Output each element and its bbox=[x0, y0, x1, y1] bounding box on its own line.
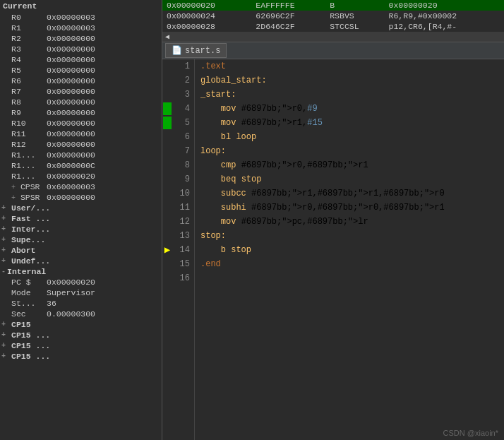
spsr-value: 0x00000000 bbox=[47, 193, 95, 202]
cpsr-row: + CPSR 0x60000003 bbox=[0, 182, 162, 192]
register-row: R1...0x00000000 bbox=[0, 150, 162, 160]
disasm-mnem: STCCSL bbox=[325, 21, 384, 32]
gutter-line: ▶14 bbox=[162, 243, 190, 257]
code-line: loop: bbox=[200, 144, 504, 158]
register-row: R70x00000000 bbox=[0, 86, 162, 97]
cp-group-item[interactable]: +CP15 ... bbox=[0, 330, 162, 340]
code-line: mov #6897bb;">r0,#9 bbox=[200, 102, 504, 116]
group-label: Inter... bbox=[11, 225, 50, 234]
reg-value: 0x00000003 bbox=[47, 23, 95, 32]
reg-value: 0x00000000 bbox=[47, 66, 95, 75]
register-row: R50x00000000 bbox=[0, 65, 162, 76]
editor-content: 12345678910111213▶141516 .textglobal_sta… bbox=[162, 59, 504, 440]
register-row: R100x00000000 bbox=[0, 118, 162, 129]
internal-value: 0x00000020 bbox=[47, 278, 95, 287]
reg-value: 0x00000000 bbox=[47, 44, 95, 54]
pc-marker: ▶ bbox=[162, 243, 172, 257]
cp-group-item[interactable]: +CP15 ... bbox=[0, 351, 162, 362]
reg-name: R10 bbox=[11, 119, 47, 128]
disasm-addr: 0x00000024 bbox=[162, 11, 251, 21]
internal-name: Mode bbox=[11, 288, 47, 297]
reg-name: R0 bbox=[11, 13, 47, 22]
internal-row: PC $0x00000020 bbox=[0, 277, 162, 287]
cp-label: CP15 ... bbox=[11, 352, 50, 361]
tab-label: start.s bbox=[185, 46, 220, 56]
disasm-hex: 2D646C2F bbox=[251, 21, 325, 32]
group-label: Fast ... bbox=[11, 214, 50, 223]
cp-group-item[interactable]: +CP15 ... bbox=[0, 340, 162, 351]
disasm-ops: 0x00000020 bbox=[385, 0, 504, 11]
register-row: R1...0x0000000C bbox=[0, 160, 162, 171]
disasm-ops: p12,CR6,[R4,#- bbox=[385, 21, 504, 32]
gutter-line: 7 bbox=[162, 144, 190, 158]
code-line: bl loop bbox=[200, 130, 504, 144]
disasm-table: 0x00000020 EAFFFFFE B 0x00000020 0x00000… bbox=[162, 0, 504, 32]
reg-name: R2 bbox=[11, 34, 47, 43]
group-label: User/... bbox=[11, 203, 50, 213]
group-item[interactable]: +Fast ... bbox=[0, 213, 162, 224]
group-item[interactable]: +Supe... bbox=[0, 234, 162, 245]
reg-value: 0x00000000 bbox=[47, 108, 95, 117]
code-line: global_start: bbox=[200, 73, 504, 88]
reg-name: R4 bbox=[11, 55, 47, 64]
group-item[interactable]: +Inter... bbox=[0, 224, 162, 234]
internal-name: St... bbox=[11, 299, 47, 308]
internal-name: PC $ bbox=[11, 278, 47, 287]
reg-value: 0x00000000 bbox=[47, 140, 95, 149]
disasm-hex: 62696C2F bbox=[251, 11, 325, 21]
register-row: R110x00000000 bbox=[0, 129, 162, 139]
editor-area: 📄 start.s 12345678910111213▶141516 .text… bbox=[162, 42, 504, 440]
reg-name: R1... bbox=[11, 161, 47, 170]
group-label: Undef... bbox=[11, 256, 50, 266]
gutter-line: 2 bbox=[162, 73, 190, 88]
reg-name: R1... bbox=[11, 172, 47, 181]
group-item[interactable]: +User/... bbox=[0, 203, 162, 213]
reg-value: 0x00000003 bbox=[47, 13, 95, 22]
group-item[interactable]: +Abort bbox=[0, 245, 162, 256]
disasm-ops: R6,R9,#0x00002 bbox=[385, 11, 504, 21]
code-line: mov #6897bb;">pc,#6897bb;">lr bbox=[200, 215, 504, 229]
scroll-left-icon[interactable]: ◀ bbox=[165, 32, 169, 41]
internal-value: Supervisor bbox=[47, 288, 95, 297]
cp-label: CP15 ... bbox=[11, 341, 50, 350]
internal-value: 0.00000300 bbox=[47, 309, 95, 319]
reg-value: 0x00000000 bbox=[47, 97, 95, 107]
reg-name: R5 bbox=[11, 66, 47, 75]
editor-tab[interactable]: 📄 start.s bbox=[165, 43, 227, 58]
code-line: stop: bbox=[200, 229, 504, 243]
spsr-label: + SPSR bbox=[11, 193, 47, 202]
reg-value: 0x00000000 bbox=[47, 87, 95, 96]
code-line: cmp #6897bb;">r0,#6897bb;">r1 bbox=[200, 158, 504, 172]
register-row: R20x00000000 bbox=[0, 33, 162, 44]
reg-value: 0x00000000 bbox=[47, 34, 95, 43]
disasm-mnem: RSBVS bbox=[325, 11, 384, 21]
code-line: .end bbox=[200, 257, 504, 271]
cp-group-item[interactable]: +CP15 bbox=[0, 319, 162, 330]
breakpoint-marker bbox=[162, 102, 172, 116]
register-row: R30x00000000 bbox=[0, 44, 162, 54]
group-label: Abort bbox=[11, 246, 36, 255]
code-line: _start: bbox=[200, 88, 504, 102]
reg-value: 0x00000000 bbox=[47, 150, 95, 160]
group-item[interactable]: +Undef... bbox=[0, 256, 162, 266]
reg-value: 0x00000000 bbox=[47, 55, 95, 64]
internal-row: St...36 bbox=[0, 298, 162, 309]
current-header: Current bbox=[0, 0, 162, 12]
internal-row: Sec0.00000300 bbox=[0, 309, 162, 319]
disasm-scrollbar[interactable]: ◀ bbox=[162, 32, 504, 42]
register-row: R90x00000000 bbox=[0, 107, 162, 118]
code-area: .textglobal_start:_start: mov #6897bb;">… bbox=[195, 59, 504, 440]
tab-bar: 📄 start.s bbox=[162, 42, 504, 59]
gutter-line: 8 bbox=[162, 158, 190, 172]
reg-name: R11 bbox=[11, 129, 47, 138]
spsr-row: + SPSR 0x00000000 bbox=[0, 192, 162, 203]
internal-header: - Internal bbox=[0, 266, 162, 277]
gutter-line: 16 bbox=[162, 271, 190, 285]
code-line: subcc #6897bb;">r1,#6897bb;">r1,#6897bb;… bbox=[200, 186, 504, 201]
code-line: mov #6897bb;">r1,#15 bbox=[200, 116, 504, 130]
gutter-line: 12 bbox=[162, 215, 190, 229]
disasm-area: 0x00000020 EAFFFFFE B 0x00000020 0x00000… bbox=[162, 0, 504, 42]
register-row: R10x00000003 bbox=[0, 23, 162, 33]
gutter-line: 11 bbox=[162, 201, 190, 215]
reg-value: 0x00000000 bbox=[47, 119, 95, 128]
